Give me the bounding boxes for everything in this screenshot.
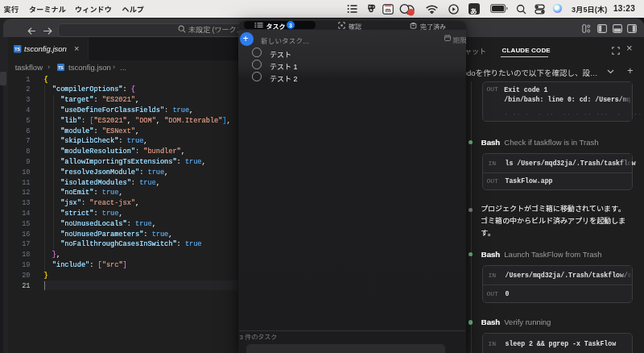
svg-text:m: m [386, 6, 391, 13]
svg-text:TS: TS [58, 64, 64, 69]
svg-text:TS: TS [14, 47, 20, 52]
